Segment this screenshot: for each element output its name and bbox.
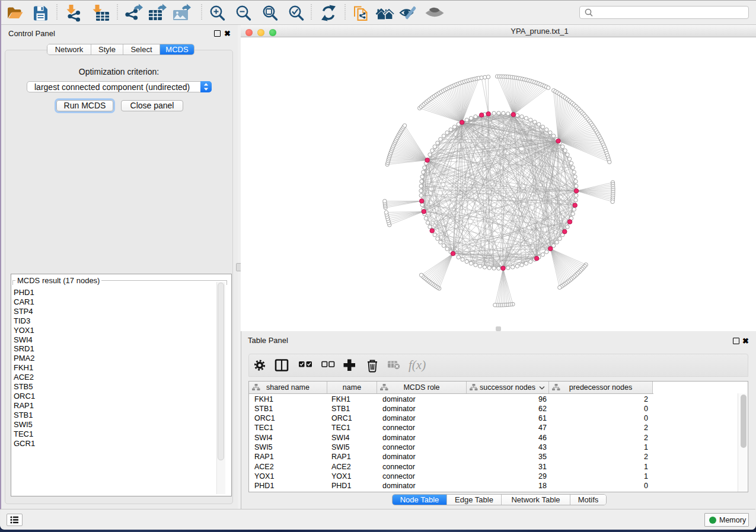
svg-text:f(x): f(x) bbox=[409, 358, 426, 372]
